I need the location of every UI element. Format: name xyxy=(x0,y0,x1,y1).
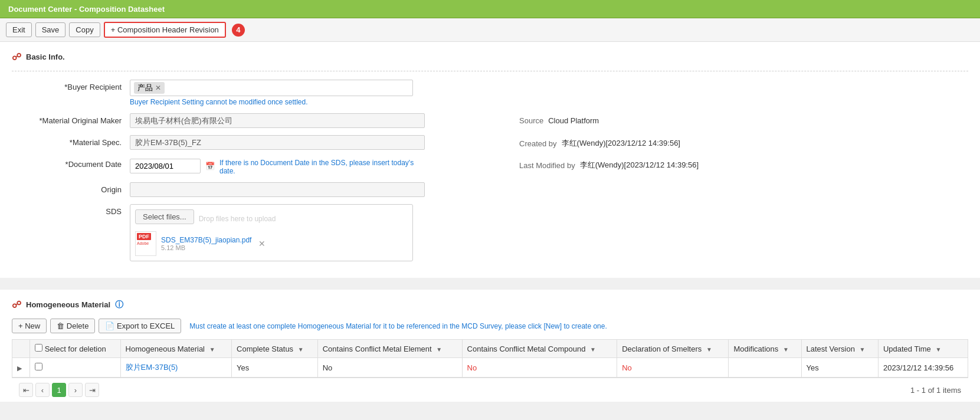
document-date-hint: If there is no Document Date in the SDS,… xyxy=(219,159,425,175)
hm-info-icon: ⓘ xyxy=(115,300,123,310)
status-filter-icon[interactable]: ▼ xyxy=(298,346,304,353)
material-spec-row: *Material Spec. Created by 李红(Wendy)[202… xyxy=(12,135,968,150)
material-spec-input[interactable] xyxy=(130,135,425,150)
exit-button[interactable]: Exit xyxy=(6,22,32,37)
created-by-info: Created by 李红(Wendy)[2023/12/12 14:39:56… xyxy=(519,135,680,149)
hm-section-icon: ☍ xyxy=(12,299,21,310)
homogeneous-material-section: ☍ Homogeneous Material ⓘ + New 🗑 Delete … xyxy=(0,290,980,402)
source-value: Cloud Platform xyxy=(548,116,599,125)
buyer-recipient-tag: 产品 ✕ xyxy=(134,82,165,94)
title-text: Document Center - Composition Datasheet xyxy=(8,5,165,14)
pagination-controls: ⇤ ‹ 1 › ⇥ xyxy=(19,383,99,397)
hm-toolbar: + New 🗑 Delete 📄 Export to EXCEL Must cr… xyxy=(12,319,968,333)
badge-4: 4 xyxy=(232,24,245,37)
document-date-field: 📅 If there is no Document Date in the SD… xyxy=(130,157,425,175)
latest-filter-icon[interactable]: ▼ xyxy=(860,346,866,353)
row-conflict-compound: No xyxy=(462,358,617,378)
prev-page-btn[interactable]: ‹ xyxy=(35,383,50,397)
origin-field xyxy=(130,182,425,197)
modifications-filter-icon[interactable]: ▼ xyxy=(783,346,789,353)
hm-new-button[interactable]: + New xyxy=(12,319,47,333)
hm-title: Homogeneous Material xyxy=(26,300,110,309)
hm-delete-button[interactable]: 🗑 Delete xyxy=(50,319,95,333)
row-expand[interactable]: ▶ xyxy=(12,358,30,378)
last-page-btn[interactable]: ⇥ xyxy=(85,383,99,397)
th-conflict-compound: Contains Conflict Metal Compound ▼ xyxy=(462,340,617,358)
save-button[interactable]: Save xyxy=(35,22,66,37)
hm-table: Select for deletion Homogeneous Material… xyxy=(12,339,968,378)
row-select xyxy=(30,358,121,378)
conflict-element-filter-icon[interactable]: ▼ xyxy=(436,346,442,353)
current-page-btn[interactable]: 1 xyxy=(52,383,66,397)
row-updated: 2023/12/12 14:39:56 xyxy=(878,358,968,378)
row-checkbox[interactable] xyxy=(35,363,42,370)
material-maker-row: *Material Original Maker Source Cloud Pl… xyxy=(12,113,968,128)
sds-drop-hint: Drop files here to upload xyxy=(199,215,276,223)
buyer-recipient-input[interactable]: 产品 ✕ xyxy=(130,80,413,96)
copy-button[interactable]: Copy xyxy=(69,22,100,37)
row-modifications xyxy=(729,358,801,378)
origin-input[interactable] xyxy=(130,182,425,197)
document-date-label: *Document Date xyxy=(12,157,130,169)
material-maker-field xyxy=(130,113,425,128)
row-status: Yes xyxy=(232,358,318,378)
origin-row: Origin xyxy=(12,182,968,197)
created-by-label: Created by xyxy=(519,139,557,148)
material-filter-icon[interactable]: ▼ xyxy=(209,346,215,353)
basic-info-title: Basic Info. xyxy=(26,52,65,61)
smelters-filter-icon[interactable]: ▼ xyxy=(706,346,712,353)
source-label: Source xyxy=(519,116,543,125)
composition-header-revision-button[interactable]: + Composition Header Revision xyxy=(104,22,226,38)
sds-file-item: PDF Adobe SDS_EM37B(5)_jiaopian.pdf 5.12… xyxy=(135,231,408,256)
created-by-value: 李红(Wendy)[2023/12/12 14:39:56] xyxy=(562,138,680,149)
sds-remove-icon[interactable]: ✕ xyxy=(258,239,266,248)
th-expand xyxy=(12,340,30,358)
first-page-btn[interactable]: ⇤ xyxy=(19,383,33,397)
sds-select-btn[interactable]: Select files... xyxy=(135,209,194,224)
th-smelters: Declaration of Smelters ▼ xyxy=(617,340,729,358)
select-all-checkbox[interactable] xyxy=(35,344,42,352)
basic-info-icon: ☍ xyxy=(12,51,21,63)
th-material: Homogeneous Material ▼ xyxy=(120,340,231,358)
calendar-icon[interactable]: 📅 xyxy=(205,162,215,170)
th-conflict-element: Contains Conflict Metal Element ▼ xyxy=(317,340,462,358)
pdf-icon: PDF Adobe xyxy=(135,231,156,256)
sds-label: SDS xyxy=(12,204,130,216)
source-info: Source Cloud Platform xyxy=(519,113,599,125)
document-date-row: *Document Date 📅 If there is no Document… xyxy=(12,157,968,175)
next-page-btn[interactable]: › xyxy=(68,383,83,397)
pagination-bar: ⇤ ‹ 1 › ⇥ 1 - 1 of 1 items xyxy=(12,378,968,402)
th-status: Complete Status ▼ xyxy=(232,340,318,358)
hm-export-button[interactable]: 📄 Export to EXCEL xyxy=(99,319,181,333)
material-spec-field xyxy=(130,135,425,150)
updated-filter-icon[interactable]: ▼ xyxy=(935,346,941,353)
table-row: ▶ 胶片EM-37B(5) Yes No No No Yes 2023/12/1… xyxy=(12,358,968,378)
row-material[interactable]: 胶片EM-37B(5) xyxy=(120,358,231,378)
row-smelters: No xyxy=(617,358,729,378)
last-modified-value: 李红(Wendy)[2023/12/12 14:39:56] xyxy=(580,160,699,170)
material-spec-label: *Material Spec. xyxy=(12,135,130,147)
th-latest: Latest Version ▼ xyxy=(801,340,878,358)
th-select: Select for deletion xyxy=(30,340,121,358)
conflict-compound-filter-icon[interactable]: ▼ xyxy=(590,346,596,353)
th-modifications: Modifications ▼ xyxy=(729,340,801,358)
sds-upload-area: Select files... Drop files here to uploa… xyxy=(130,204,413,261)
buyer-recipient-field: 产品 ✕ Buyer Recipient Setting cannot be m… xyxy=(130,80,425,106)
last-modified-info: Last Modified by 李红(Wendy)[2023/12/12 14… xyxy=(519,157,699,170)
pdf-badge: PDF xyxy=(137,233,151,240)
material-maker-input[interactable] xyxy=(130,113,425,128)
sds-filename[interactable]: SDS_EM37B(5)_jiaopian.pdf xyxy=(161,236,251,244)
expand-arrow-icon[interactable]: ▶ xyxy=(17,365,22,372)
sds-filesize: 5.12 MB xyxy=(161,244,251,251)
adobe-label: Adobe xyxy=(137,241,151,245)
hm-message: Must create at least one complete Homoge… xyxy=(189,322,607,330)
row-conflict-element: No xyxy=(317,358,462,378)
document-date-input[interactable] xyxy=(130,159,201,173)
buyer-recipient-tag-close[interactable]: ✕ xyxy=(155,84,161,92)
sds-field: Select files... Drop files here to uploa… xyxy=(130,204,425,261)
buyer-recipient-row: *Buyer Recipient 产品 ✕ Buyer Recipient Se… xyxy=(12,80,968,106)
last-modified-label: Last Modified by xyxy=(519,161,575,170)
origin-label: Origin xyxy=(12,182,130,194)
sds-row: SDS Select files... Drop files here to u… xyxy=(12,204,968,261)
row-latest: Yes xyxy=(801,358,878,378)
